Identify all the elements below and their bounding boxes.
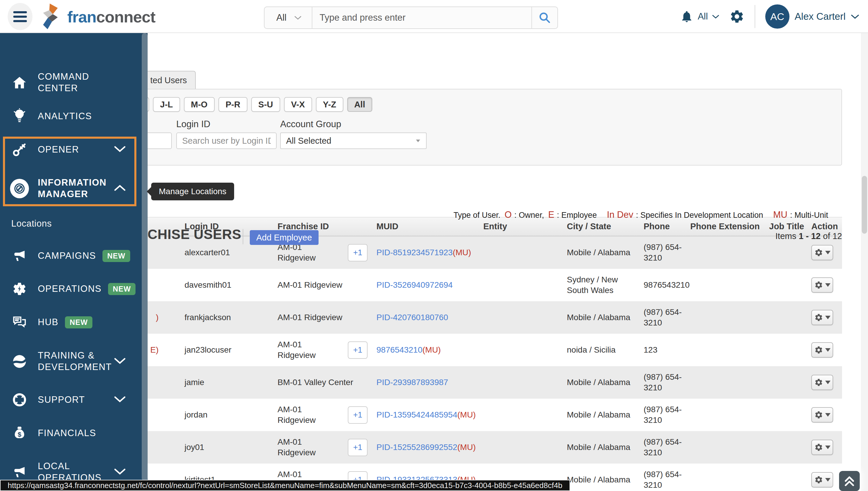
alpha-filter-mo[interactable]: M-O [184, 97, 215, 112]
lightbulb-icon [10, 108, 29, 124]
bell-icon [680, 10, 694, 23]
gear-bolt-icon [10, 281, 29, 296]
sidebar-item-label: OPERATIONS [38, 283, 102, 295]
logo-text: franconnect [67, 8, 155, 26]
user-menu[interactable]: AC Alex Carterl [765, 4, 859, 29]
legend-desc-owner: : Owner, [514, 211, 544, 220]
sidebar-item-operations[interactable]: OPERATIONS NEW [0, 271, 141, 307]
legend-desc-employee: : Employee [557, 211, 597, 220]
items-count-of: of 12 [823, 231, 842, 241]
lifebuoy-icon [10, 393, 29, 407]
svg-text:$: $ [18, 431, 21, 438]
hamburger-menu-button[interactable] [8, 3, 32, 30]
login-id-input[interactable] [176, 133, 277, 149]
notifications-control[interactable]: All [680, 10, 719, 23]
legend-key-indev: In Dev [607, 209, 633, 220]
login-id-label: Login ID [176, 119, 210, 129]
items-count-label: Items [775, 231, 796, 241]
alpha-filter-all[interactable]: All [347, 97, 372, 112]
sidebar-item-label: CAMPAIGNS [38, 250, 96, 262]
manage-locations-tooltip: Manage Locations [151, 183, 234, 200]
sidebar-item-label: ANALYTICS [38, 111, 92, 122]
legend-key-mu: MU [773, 209, 787, 220]
key-icon [10, 142, 29, 157]
home-icon [10, 75, 29, 90]
search-scope-select[interactable]: All [264, 7, 312, 28]
sidebar-item-label: OPENER [38, 144, 79, 155]
sidebar-item-information-manager[interactable]: INFORMATION MANAGER [0, 171, 141, 206]
franconnect-logo[interactable]: franconnect [41, 3, 155, 30]
sidebar-item-label: FINANCIALS [38, 428, 96, 439]
chevron-down-icon [114, 357, 126, 366]
alpha-filter-pr[interactable]: P-R [219, 97, 247, 112]
chevron-up-icon [114, 184, 126, 193]
tab-users-label: ted Users [150, 76, 187, 85]
hamburger-icon [13, 11, 27, 13]
legend-key-employee: E [548, 209, 555, 220]
new-badge: NEW [108, 283, 136, 295]
alpha-filter-yz[interactable]: Y-Z [316, 97, 343, 112]
gear-icon [729, 9, 745, 24]
items-count: Items 1 - 12 of 12 [775, 231, 842, 241]
alphabet-filter-row: J-L M-O P-R S-U V-X Y-Z All [135, 97, 372, 112]
new-badge: NEW [65, 316, 92, 328]
new-badge: NEW [103, 250, 130, 262]
alpha-filter-jl[interactable]: J-L [153, 97, 180, 112]
alpha-filter-su[interactable]: S-U [251, 97, 280, 112]
double-chevron-up-icon [843, 474, 856, 488]
alerts-scope-value: All [698, 11, 708, 22]
account-group-select[interactable]: All Selected [280, 133, 427, 149]
sidebar-item-label: INFORMATION MANAGER [38, 177, 112, 200]
chat-icon [10, 315, 29, 330]
account-group-label: Account Group [280, 119, 341, 129]
page-scrollbar-thumb[interactable] [862, 176, 867, 234]
chevron-down-icon [114, 145, 126, 154]
statusbar-url: https://qamsastg34.franconnectstg.net/fc… [8, 481, 562, 490]
scroll-to-top-button[interactable] [839, 471, 860, 491]
chevron-down-icon [851, 14, 859, 19]
sidebar-item-label: COMMAND CENTER [38, 71, 112, 94]
money-bag-icon: $ [10, 426, 29, 441]
chevron-down-icon [114, 468, 126, 476]
training-swoosh-icon [10, 354, 29, 369]
sidebar-scrollbar-thumb[interactable] [142, 33, 148, 481]
user-type-legend: Type of User. O : Owner, E : Employee In… [453, 209, 828, 220]
top-header: franconnect All All AC [0, 0, 868, 33]
legend-key-owner: O [505, 209, 512, 220]
sidebar-item-hub[interactable]: HUB NEW [0, 305, 141, 340]
chevron-down-icon [712, 15, 719, 19]
sidebar-item-label: TRAINING & DEVELOPMENT [38, 350, 112, 373]
items-count-range: 1 - 12 [799, 231, 820, 241]
page-scrollbar[interactable] [861, 33, 868, 491]
search-icon [538, 11, 551, 24]
legend-desc-mu: : Multi-Unit [790, 211, 828, 220]
search-scope-value: All [276, 12, 286, 23]
chevron-down-icon [114, 396, 126, 404]
sidebar-item-financials[interactable]: $ FINANCIALS [0, 415, 141, 451]
select-caret-icon [416, 140, 420, 142]
sidebar-item-command-center[interactable]: COMMAND CENTER [0, 65, 141, 100]
global-search-input[interactable] [312, 8, 531, 28]
link-preview-statusbar: https://qamsastg34.franconnectstg.net/fc… [0, 480, 570, 491]
sidebar-item-training-development[interactable]: TRAINING & DEVELOPMENT [0, 344, 141, 379]
chevron-down-icon [294, 16, 302, 20]
alpha-filter-vx[interactable]: V-X [284, 97, 312, 112]
logo-mark-icon [41, 3, 63, 30]
global-search-bar: All [264, 6, 558, 29]
legend-intro: Type of User. [453, 211, 500, 220]
sidebar-item-label: SUPPORT [38, 394, 85, 406]
sidebar-submenu-locations[interactable]: Locations [11, 219, 52, 229]
title-divider [243, 229, 243, 244]
sidebar-nav: COMMAND CENTER ANALYTICS OPENER INFOR [0, 33, 148, 481]
settings-button[interactable] [729, 9, 745, 24]
app-root: ted Users J-L M-O P-R S-U V-X Y-Z All Lo… [0, 0, 868, 491]
sidebar-item-analytics[interactable]: ANALYTICS [0, 98, 141, 134]
search-button[interactable] [531, 7, 557, 28]
sidebar-item-support[interactable]: SUPPORT [0, 382, 141, 417]
megaphone-icon [10, 248, 29, 263]
sidebar-item-campaigns[interactable]: CAMPAIGNS NEW [0, 238, 141, 273]
legend-desc-indev: : Specifies In Development Location [636, 211, 763, 220]
add-employee-button[interactable]: Add Employee [250, 230, 318, 245]
sidebar-scrollbar[interactable] [142, 33, 148, 481]
sidebar-item-opener[interactable]: OPENER [0, 132, 141, 167]
